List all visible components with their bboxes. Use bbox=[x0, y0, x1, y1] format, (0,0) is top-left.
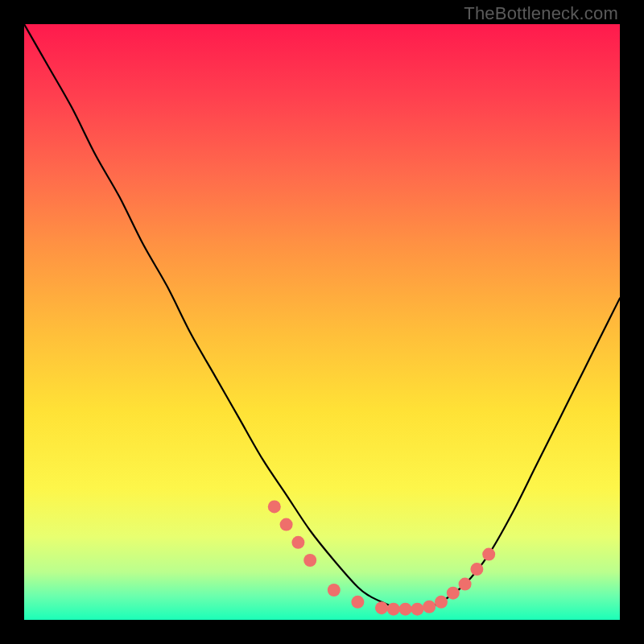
marker-dot bbox=[411, 603, 423, 616]
watermark-text: TheBottleneck.com bbox=[464, 3, 618, 24]
marker-dot bbox=[328, 584, 341, 597]
marker-dot bbox=[459, 578, 472, 591]
marker-dot bbox=[423, 601, 436, 613]
marker-dot bbox=[447, 587, 460, 600]
marker-dot bbox=[470, 563, 483, 576]
marker-dot bbox=[482, 548, 495, 561]
marker-dot bbox=[351, 596, 364, 609]
marker-dot bbox=[291, 536, 304, 549]
marker-dot bbox=[375, 601, 388, 614]
marker-dot bbox=[268, 500, 281, 513]
marker-dot bbox=[399, 603, 412, 616]
marker-dot bbox=[303, 554, 316, 567]
marker-dot bbox=[435, 596, 448, 609]
chart-frame: TheBottleneck.com bbox=[0, 0, 644, 644]
bottleneck-curve-svg bbox=[24, 24, 620, 620]
bottleneck-markers bbox=[268, 500, 495, 615]
bottleneck-curve bbox=[24, 24, 620, 609]
marker-dot bbox=[280, 518, 293, 531]
marker-dot bbox=[387, 603, 400, 616]
plot-area bbox=[24, 24, 620, 620]
